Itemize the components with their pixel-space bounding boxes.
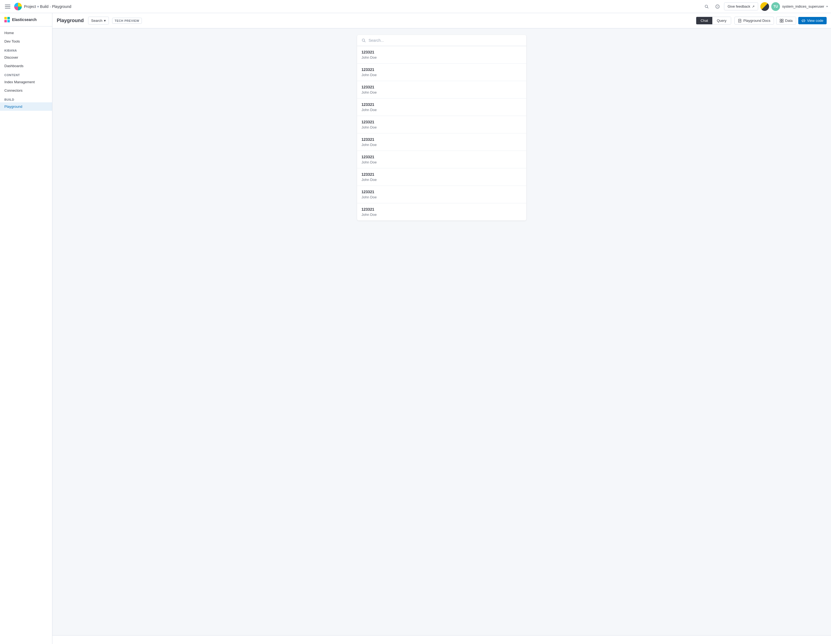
chevron-down-icon: ▾	[104, 19, 106, 23]
external-link-icon: ↗	[752, 5, 755, 8]
search-input-icon	[361, 38, 366, 43]
result-title: 123321	[361, 102, 522, 107]
give-feedback-button[interactable]: Give feedback ↗	[724, 2, 758, 10]
sidebar-item-dashboards[interactable]: Dashboards	[0, 62, 52, 70]
breadcrumb-build[interactable]: Build	[40, 4, 49, 9]
result-item[interactable]: 123321 John Doe	[357, 46, 526, 64]
main-content: Playground Search ▾ TECH PREVIEW Chat Qu…	[53, 13, 831, 644]
breadcrumb-sep2: ›	[49, 4, 51, 9]
results-list: 123321 John Doe 123321 John Doe 123321 J…	[357, 46, 526, 220]
sidebar-item-playground[interactable]: Playground	[0, 102, 52, 111]
search-input-row	[357, 35, 526, 46]
breadcrumb-project[interactable]: Project	[24, 4, 36, 9]
result-subtitle: John Doe	[361, 213, 522, 217]
sidebar-nav: Home Dev Tools Kibana Discover Dashboard…	[0, 27, 52, 113]
sidebar-section-content: Content	[0, 70, 52, 78]
sidebar-item-label: Discover	[4, 56, 18, 59]
tech-preview-badge: TECH PREVIEW	[112, 18, 142, 24]
playground-docs-label: Playground Docs	[743, 19, 771, 23]
result-item[interactable]: 123321 John Doe	[357, 203, 526, 220]
svg-rect-8	[780, 19, 782, 21]
result-item[interactable]: 123321 John Doe	[357, 99, 526, 116]
svg-line-1	[707, 7, 708, 8]
sidebar-item-home[interactable]: Home	[0, 29, 52, 37]
result-item[interactable]: 123321 John Doe	[357, 64, 526, 81]
svg-line-12	[803, 19, 804, 22]
theme-toggle-button[interactable]	[760, 2, 769, 11]
view-code-label: View code	[807, 19, 823, 23]
sidebar-item-label: Home	[4, 31, 14, 35]
result-title: 123321	[361, 85, 522, 89]
result-subtitle: John Doe	[361, 73, 522, 77]
result-subtitle: John Doe	[361, 125, 522, 129]
tab-query[interactable]: Query	[712, 17, 731, 24]
result-title: 123321	[361, 50, 522, 54]
tab-group: Chat Query	[696, 17, 731, 25]
result-subtitle: John Doe	[361, 108, 522, 112]
breadcrumb-sep1: ▾	[37, 4, 39, 9]
result-item[interactable]: 123321 John Doe	[357, 134, 526, 151]
sidebar-brand: Elasticsearch	[0, 13, 52, 27]
result-subtitle: John Doe	[361, 160, 522, 164]
svg-line-14	[365, 41, 366, 42]
top-bar-right: ? Give feedback ↗ TU system_indices_supe…	[702, 2, 828, 11]
data-button[interactable]: Data	[776, 17, 796, 25]
sidebar: Elasticsearch Home Dev Tools Kibana Disc…	[0, 13, 53, 644]
username-label[interactable]: system_indices_superuser	[782, 4, 824, 8]
result-item[interactable]: 123321 John Doe	[357, 186, 526, 203]
result-title: 123321	[361, 207, 522, 212]
svg-rect-9	[782, 19, 783, 21]
elasticsearch-icon	[4, 17, 10, 22]
result-title: 123321	[361, 172, 522, 177]
sidebar-section-kibana: Kibana	[0, 46, 52, 53]
data-icon	[780, 19, 783, 23]
breadcrumb-current: Playground	[52, 4, 71, 9]
username-chevron-icon: ▾	[826, 5, 828, 8]
top-bar-left: Project ▾ Build › Playground	[3, 2, 700, 11]
sidebar-item-connectors[interactable]: Connectors	[0, 86, 52, 95]
tab-query-label: Query	[717, 19, 726, 23]
layout: Elasticsearch Home Dev Tools Kibana Disc…	[0, 13, 831, 644]
search-dropdown-button[interactable]: Search ▾	[88, 17, 109, 25]
sidebar-section-build: Build	[0, 95, 52, 102]
result-subtitle: John Doe	[361, 195, 522, 199]
hamburger-button[interactable]	[3, 2, 12, 11]
hamburger-icon	[5, 4, 10, 9]
result-item[interactable]: 123321 John Doe	[357, 168, 526, 186]
data-label: Data	[785, 19, 793, 23]
playground-docs-button[interactable]: Playground Docs	[734, 17, 774, 25]
sidebar-item-label: Playground	[4, 105, 22, 108]
result-title: 123321	[361, 120, 522, 124]
sidebar-item-dev-tools[interactable]: Dev Tools	[0, 37, 52, 46]
result-title: 123321	[361, 67, 522, 72]
result-title: 123321	[361, 137, 522, 142]
sidebar-item-discover[interactable]: Discover	[0, 53, 52, 62]
search-input[interactable]	[369, 38, 522, 43]
doc-icon	[738, 19, 742, 23]
search-button[interactable]	[702, 2, 711, 11]
svg-text:?: ?	[717, 5, 718, 8]
svg-rect-11	[782, 21, 783, 22]
result-item[interactable]: 123321 John Doe	[357, 151, 526, 168]
help-icon: ?	[715, 4, 720, 9]
content-area: 123321 John Doe 123321 John Doe 123321 J…	[53, 29, 831, 635]
result-subtitle: John Doe	[361, 90, 522, 94]
result-subtitle: John Doe	[361, 56, 522, 59]
sidebar-item-label: Index Management	[4, 80, 35, 84]
result-subtitle: John Doe	[361, 178, 522, 182]
search-dropdown-label: Search	[91, 19, 102, 23]
tab-chat[interactable]: Chat	[696, 17, 712, 24]
search-results-container: 123321 John Doe 123321 John Doe 123321 J…	[357, 35, 526, 220]
page-title: Playground	[57, 18, 84, 24]
view-code-button[interactable]: View code	[798, 17, 827, 24]
header-actions: Playground Docs Data	[734, 17, 827, 25]
user-avatar[interactable]: TU	[771, 2, 780, 11]
give-feedback-label: Give feedback	[728, 4, 750, 8]
sidebar-item-index-management[interactable]: Index Management	[0, 78, 52, 86]
help-button[interactable]: ?	[713, 2, 722, 11]
svg-rect-10	[780, 21, 782, 22]
result-item[interactable]: 123321 John Doe	[357, 81, 526, 99]
result-item[interactable]: 123321 John Doe	[357, 116, 526, 134]
result-title: 123321	[361, 155, 522, 159]
breadcrumb: Project ▾ Build › Playground	[24, 4, 71, 9]
